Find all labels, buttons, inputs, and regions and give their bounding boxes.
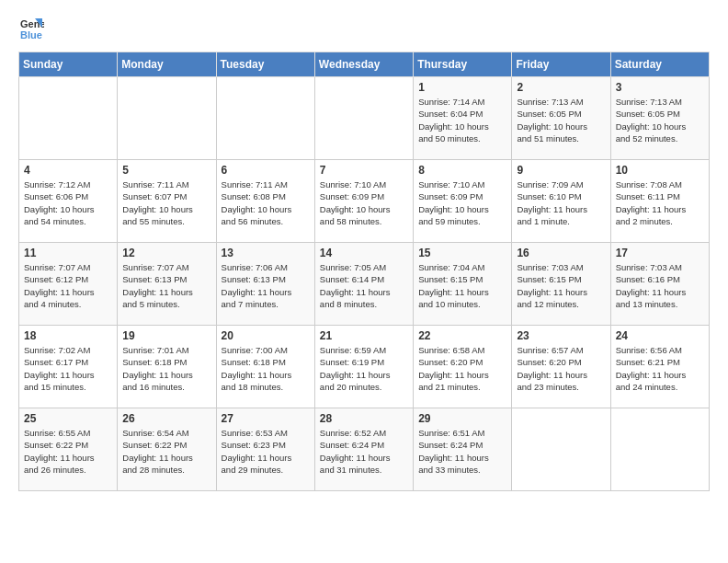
day-info: Sunrise: 7:14 AM Sunset: 6:04 PM Dayligh… [418, 96, 506, 144]
calendar-cell: 17Sunrise: 7:03 AM Sunset: 6:16 PM Dayli… [610, 243, 709, 326]
day-number: 27 [222, 412, 310, 425]
calendar-cell [610, 408, 709, 491]
calendar-cell: 29Sunrise: 6:51 AM Sunset: 6:24 PM Dayli… [414, 408, 512, 491]
day-info: Sunrise: 6:56 AM Sunset: 6:21 PM Dayligh… [616, 344, 704, 393]
calendar-cell: 20Sunrise: 7:00 AM Sunset: 6:18 PM Dayli… [216, 326, 314, 408]
day-number: 15 [418, 247, 506, 259]
calendar-week: 11Sunrise: 7:07 AM Sunset: 6:12 PM Dayli… [19, 243, 710, 326]
calendar-cell: 26Sunrise: 6:54 AM Sunset: 6:22 PM Dayli… [118, 408, 216, 491]
calendar-cell [216, 77, 314, 160]
day-info: Sunrise: 7:10 AM Sunset: 6:09 PM Dayligh… [320, 178, 408, 227]
calendar-cell: 5Sunrise: 7:11 AM Sunset: 6:07 PM Daylig… [118, 160, 216, 243]
day-number: 4 [24, 164, 112, 177]
calendar-week: 25Sunrise: 6:55 AM Sunset: 6:22 PM Dayli… [19, 408, 710, 491]
day-number: 23 [517, 329, 605, 342]
header-day: Monday [118, 52, 216, 77]
header-row: SundayMondayTuesdayWednesdayThursdayFrid… [19, 52, 710, 77]
day-number: 3 [616, 81, 704, 94]
day-number: 17 [616, 247, 704, 259]
calendar-cell: 10Sunrise: 7:08 AM Sunset: 6:11 PM Dayli… [610, 160, 709, 243]
calendar-cell: 25Sunrise: 6:55 AM Sunset: 6:22 PM Dayli… [19, 408, 118, 491]
calendar-cell: 6Sunrise: 7:11 AM Sunset: 6:08 PM Daylig… [216, 160, 314, 243]
day-info: Sunrise: 7:07 AM Sunset: 6:12 PM Dayligh… [24, 261, 112, 310]
header-day: Thursday [414, 52, 512, 77]
day-info: Sunrise: 7:10 AM Sunset: 6:09 PM Dayligh… [418, 178, 506, 227]
day-info: Sunrise: 7:12 AM Sunset: 6:06 PM Dayligh… [24, 178, 112, 227]
day-number: 20 [222, 329, 310, 342]
calendar-cell [118, 77, 216, 160]
day-number: 7 [320, 164, 408, 177]
calendar-cell: 19Sunrise: 7:01 AM Sunset: 6:18 PM Dayli… [118, 326, 216, 408]
day-number: 12 [122, 247, 210, 259]
header-day: Friday [512, 52, 610, 77]
day-info: Sunrise: 6:59 AM Sunset: 6:19 PM Dayligh… [320, 344, 408, 393]
day-info: Sunrise: 7:01 AM Sunset: 6:18 PM Dayligh… [122, 344, 210, 393]
day-info: Sunrise: 7:03 AM Sunset: 6:15 PM Dayligh… [517, 261, 605, 310]
calendar-cell: 4Sunrise: 7:12 AM Sunset: 6:06 PM Daylig… [19, 160, 118, 243]
calendar-week: 18Sunrise: 7:02 AM Sunset: 6:17 PM Dayli… [19, 326, 710, 408]
calendar-cell: 15Sunrise: 7:04 AM Sunset: 6:15 PM Dayli… [414, 243, 512, 326]
day-number: 21 [320, 329, 408, 342]
day-info: Sunrise: 7:11 AM Sunset: 6:08 PM Dayligh… [222, 178, 310, 227]
day-number: 10 [616, 164, 704, 177]
day-number: 14 [320, 247, 408, 259]
calendar-cell [314, 77, 413, 160]
calendar-cell: 12Sunrise: 7:07 AM Sunset: 6:13 PM Dayli… [118, 243, 216, 326]
calendar-cell: 23Sunrise: 6:57 AM Sunset: 6:20 PM Dayli… [512, 326, 610, 408]
day-number: 5 [122, 164, 210, 177]
day-info: Sunrise: 7:11 AM Sunset: 6:07 PM Dayligh… [122, 178, 210, 227]
day-number: 8 [418, 164, 506, 177]
day-info: Sunrise: 6:53 AM Sunset: 6:23 PM Dayligh… [222, 427, 310, 476]
day-info: Sunrise: 6:51 AM Sunset: 6:24 PM Dayligh… [418, 427, 506, 476]
day-info: Sunrise: 7:08 AM Sunset: 6:11 PM Dayligh… [616, 178, 704, 227]
calendar-body: 1Sunrise: 7:14 AM Sunset: 6:04 PM Daylig… [19, 77, 710, 491]
calendar-table: SundayMondayTuesdayWednesdayThursdayFrid… [18, 52, 710, 491]
calendar-cell: 22Sunrise: 6:58 AM Sunset: 6:20 PM Dayli… [414, 326, 512, 408]
day-number: 25 [24, 412, 112, 425]
day-number: 22 [418, 329, 506, 342]
svg-text:Blue: Blue [20, 29, 42, 40]
calendar-header: SundayMondayTuesdayWednesdayThursdayFrid… [19, 52, 710, 77]
header-day: Saturday [610, 52, 709, 77]
day-number: 2 [517, 81, 605, 94]
day-number: 6 [222, 164, 310, 177]
calendar-cell [512, 408, 610, 491]
day-info: Sunrise: 7:13 AM Sunset: 6:05 PM Dayligh… [616, 96, 704, 144]
day-number: 29 [418, 412, 506, 425]
header-day: Wednesday [314, 52, 413, 77]
day-info: Sunrise: 6:55 AM Sunset: 6:22 PM Dayligh… [24, 427, 112, 476]
day-number: 16 [517, 247, 605, 259]
calendar-week: 1Sunrise: 7:14 AM Sunset: 6:04 PM Daylig… [19, 77, 710, 160]
calendar-cell: 28Sunrise: 6:52 AM Sunset: 6:24 PM Dayli… [314, 408, 413, 491]
calendar-cell [19, 77, 118, 160]
day-number: 26 [122, 412, 210, 425]
day-info: Sunrise: 6:57 AM Sunset: 6:20 PM Dayligh… [517, 344, 605, 393]
calendar-week: 4Sunrise: 7:12 AM Sunset: 6:06 PM Daylig… [19, 160, 710, 243]
day-info: Sunrise: 7:02 AM Sunset: 6:17 PM Dayligh… [24, 344, 112, 393]
day-info: Sunrise: 7:06 AM Sunset: 6:13 PM Dayligh… [222, 261, 310, 310]
logo: General Blue [18, 15, 48, 40]
calendar-cell: 8Sunrise: 7:10 AM Sunset: 6:09 PM Daylig… [414, 160, 512, 243]
day-info: Sunrise: 7:05 AM Sunset: 6:14 PM Dayligh… [320, 261, 408, 310]
calendar-cell: 7Sunrise: 7:10 AM Sunset: 6:09 PM Daylig… [314, 160, 413, 243]
calendar-cell: 24Sunrise: 6:56 AM Sunset: 6:21 PM Dayli… [610, 326, 709, 408]
day-info: Sunrise: 7:07 AM Sunset: 6:13 PM Dayligh… [122, 261, 210, 310]
day-number: 9 [517, 164, 605, 177]
day-info: Sunrise: 7:00 AM Sunset: 6:18 PM Dayligh… [222, 344, 310, 393]
logo-icon: General Blue [18, 15, 44, 40]
day-number: 11 [24, 247, 112, 259]
day-number: 24 [616, 329, 704, 342]
calendar-cell: 11Sunrise: 7:07 AM Sunset: 6:12 PM Dayli… [19, 243, 118, 326]
calendar-cell: 27Sunrise: 6:53 AM Sunset: 6:23 PM Dayli… [216, 408, 314, 491]
header-day: Tuesday [216, 52, 314, 77]
day-number: 19 [122, 329, 210, 342]
day-number: 28 [320, 412, 408, 425]
day-info: Sunrise: 7:13 AM Sunset: 6:05 PM Dayligh… [517, 96, 605, 144]
day-info: Sunrise: 6:54 AM Sunset: 6:22 PM Dayligh… [122, 427, 210, 476]
day-number: 1 [418, 81, 506, 94]
calendar-cell: 9Sunrise: 7:09 AM Sunset: 6:10 PM Daylig… [512, 160, 610, 243]
calendar-cell: 3Sunrise: 7:13 AM Sunset: 6:05 PM Daylig… [610, 77, 709, 160]
calendar-cell: 13Sunrise: 7:06 AM Sunset: 6:13 PM Dayli… [216, 243, 314, 326]
day-number: 18 [24, 329, 112, 342]
calendar-cell: 21Sunrise: 6:59 AM Sunset: 6:19 PM Dayli… [314, 326, 413, 408]
